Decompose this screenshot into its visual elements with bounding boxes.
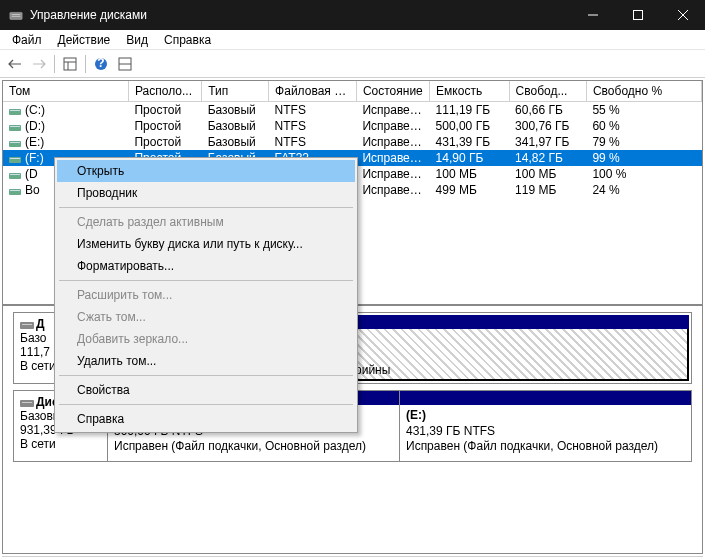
menubar: Файл Действие Вид Справка <box>0 30 705 50</box>
menu-help[interactable]: Справка <box>156 31 219 49</box>
menu-shrink[interactable]: Сжать том... <box>57 306 355 328</box>
col-free[interactable]: Свобод... <box>509 81 586 102</box>
forward-button[interactable] <box>28 53 50 75</box>
svg-rect-7 <box>64 58 76 70</box>
menu-file[interactable]: Файл <box>4 31 50 49</box>
menu-extend[interactable]: Расширить том... <box>57 284 355 306</box>
cell-capacity: 111,19 ГБ <box>430 102 509 119</box>
drive-icon <box>9 106 21 116</box>
menu-open[interactable]: Открыть <box>57 160 355 182</box>
menu-view[interactable]: Вид <box>118 31 156 49</box>
table-row[interactable]: (E:)ПростойБазовыйNTFSИсправен...431,39 … <box>3 134 702 150</box>
cell-freepct: 55 % <box>586 102 701 119</box>
menu-separator <box>59 404 353 405</box>
col-status[interactable]: Состояние <box>356 81 429 102</box>
partition-status: Исправен (Файл подкачки, Основной раздел… <box>114 439 393 455</box>
table-row[interactable]: (D:)ПростойБазовыйNTFSИсправен...500,00 … <box>3 118 702 134</box>
svg-rect-1 <box>12 14 21 15</box>
svg-rect-21 <box>10 158 20 159</box>
cell-status: Исправен... <box>356 150 429 166</box>
disk-icon <box>20 319 34 331</box>
cell-capacity: 100 МБ <box>430 166 509 182</box>
partition[interactable]: (E:) 431,39 ГБ NTFS Исправен (Файл подка… <box>399 391 691 461</box>
close-button[interactable] <box>660 0 705 30</box>
cell-fs: NTFS <box>269 102 357 119</box>
cell-status: Исправен... <box>356 134 429 150</box>
cell-capacity: 499 МБ <box>430 182 509 198</box>
svg-rect-4 <box>633 11 642 20</box>
app-icon <box>8 7 24 23</box>
col-fs[interactable]: Файловая с... <box>269 81 357 102</box>
disk-status: В сети <box>20 437 101 451</box>
menu-action[interactable]: Действие <box>50 31 119 49</box>
col-capacity[interactable]: Емкость <box>430 81 509 102</box>
toolbar-separator <box>85 55 86 73</box>
window-controls <box>570 0 705 30</box>
menu-separator <box>59 280 353 281</box>
cell-volume: (E:) <box>3 134 128 150</box>
drive-icon <box>9 186 21 196</box>
cell-freepct: 100 % <box>586 166 701 182</box>
cell-freepct: 60 % <box>586 118 701 134</box>
cell-freepct: 24 % <box>586 182 701 198</box>
menu-properties[interactable]: Свойства <box>57 379 355 401</box>
menu-separator <box>59 207 353 208</box>
drive-icon <box>9 122 21 132</box>
help-button[interactable]: ? <box>90 53 112 75</box>
svg-rect-23 <box>10 174 20 175</box>
drive-icon <box>9 138 21 148</box>
cell-capacity: 14,90 ГБ <box>430 150 509 166</box>
cell-free: 341,97 ГБ <box>509 134 586 150</box>
menu-help[interactable]: Справка <box>57 408 355 430</box>
partition-label: (E:) <box>406 408 685 424</box>
cell-status: Исправен... <box>356 118 429 134</box>
window-title: Управление дисками <box>30 8 570 22</box>
toolbar-separator <box>54 55 55 73</box>
cell-capacity: 500,00 ГБ <box>430 118 509 134</box>
partition-status: Исправен (Файл подкачки, Основной раздел… <box>406 439 685 455</box>
svg-rect-19 <box>10 142 20 143</box>
cell-free: 14,82 ГБ <box>509 150 586 166</box>
cell-fs: NTFS <box>269 134 357 150</box>
menu-separator <box>59 375 353 376</box>
svg-rect-24 <box>9 189 21 195</box>
menu-make-active[interactable]: Сделать раздел активным <box>57 211 355 233</box>
menu-change-letter[interactable]: Изменить букву диска или путь к диску... <box>57 233 355 255</box>
svg-rect-20 <box>9 157 21 163</box>
cell-free: 60,66 ГБ <box>509 102 586 119</box>
menu-format[interactable]: Форматировать... <box>57 255 355 277</box>
cell-capacity: 431,39 ГБ <box>430 134 509 150</box>
back-button[interactable] <box>4 53 26 75</box>
col-type[interactable]: Тип <box>202 81 269 102</box>
minimize-button[interactable] <box>570 0 615 30</box>
menu-mirror[interactable]: Добавить зеркало... <box>57 328 355 350</box>
col-freepct[interactable]: Свободно % <box>586 81 701 102</box>
svg-rect-22 <box>9 173 21 179</box>
svg-rect-14 <box>9 109 21 115</box>
cell-layout: Простой <box>128 118 201 134</box>
menu-delete[interactable]: Удалить том... <box>57 350 355 372</box>
cell-layout: Простой <box>128 102 201 119</box>
titlebar: Управление дисками <box>0 0 705 30</box>
cell-free: 100 МБ <box>509 166 586 182</box>
cell-volume: (C:) <box>3 102 128 119</box>
col-volume[interactable]: Том <box>3 81 128 102</box>
svg-rect-26 <box>20 322 34 329</box>
col-layout[interactable]: Располо... <box>128 81 201 102</box>
cell-fs: NTFS <box>269 118 357 134</box>
menu-explorer[interactable]: Проводник <box>57 182 355 204</box>
cell-volume: (D:) <box>3 118 128 134</box>
maximize-button[interactable] <box>615 0 660 30</box>
svg-rect-18 <box>9 141 21 147</box>
svg-rect-28 <box>20 400 34 407</box>
svg-text:?: ? <box>97 57 104 70</box>
context-menu: Открыть Проводник Сделать раздел активны… <box>54 157 358 433</box>
cell-layout: Простой <box>128 134 201 150</box>
svg-rect-17 <box>10 126 20 127</box>
disk-icon <box>20 397 34 409</box>
svg-rect-2 <box>12 16 21 17</box>
view-button[interactable] <box>59 53 81 75</box>
table-row[interactable]: (C:)ПростойБазовыйNTFSИсправен...111,19 … <box>3 102 702 119</box>
svg-rect-16 <box>9 125 21 131</box>
refresh-button[interactable] <box>114 53 136 75</box>
